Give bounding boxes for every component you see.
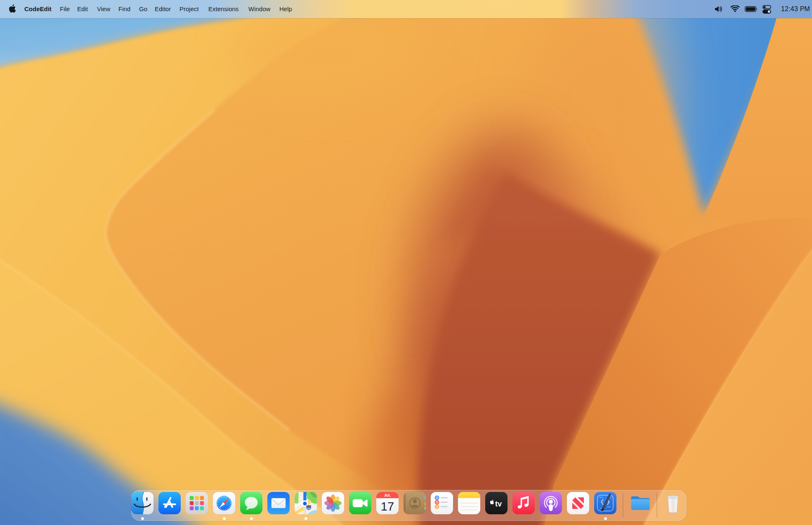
svg-text:17: 17 — [381, 500, 394, 513]
svg-text:tv: tv — [495, 500, 502, 508]
svg-text:JUL: JUL — [384, 493, 391, 497]
svg-text:280: 280 — [307, 507, 311, 510]
